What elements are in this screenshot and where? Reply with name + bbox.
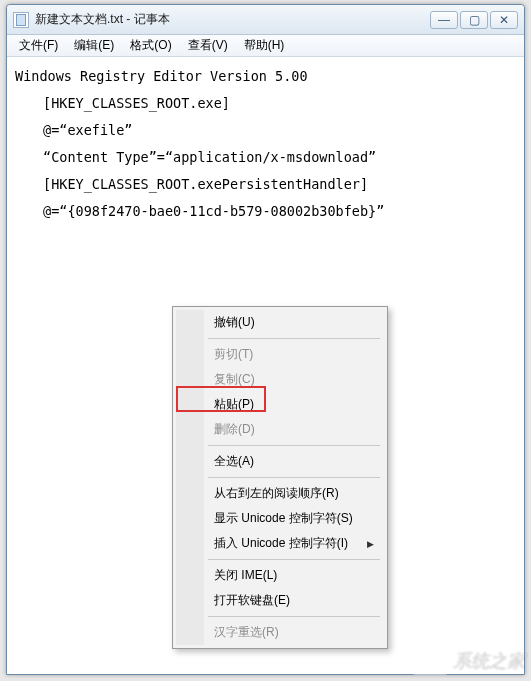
editor-line: @=“exefile” <box>15 122 132 138</box>
ctx-paste[interactable]: 粘贴(P) <box>204 392 384 417</box>
menu-file[interactable]: 文件(F) <box>11 35 66 56</box>
ctx-soft-keyboard[interactable]: 打开软键盘(E) <box>204 588 384 613</box>
titlebar[interactable]: 新建文本文档.txt - 记事本 — ▢ ✕ <box>7 5 524 35</box>
ctx-separator <box>208 445 380 446</box>
notepad-icon <box>13 12 29 28</box>
editor-line: [HKEY_CLASSES_ROOT.exePersistentHandler] <box>15 176 368 192</box>
menu-help[interactable]: 帮助(H) <box>236 35 293 56</box>
ctx-cut-label: 剪切(T) <box>214 346 253 363</box>
ctx-copy: 复制(C) <box>204 367 384 392</box>
ctx-hanzi-label: 汉字重选(R) <box>214 624 279 641</box>
minimize-button[interactable]: — <box>430 11 458 29</box>
editor-line: Windows Registry Editor Version 5.00 <box>15 68 308 84</box>
ctx-showuni-label: 显示 Unicode 控制字符(S) <box>214 510 353 527</box>
ctx-softkb-label: 打开软键盘(E) <box>214 592 290 609</box>
editor-line: “Content Type”=“application/x-msdownload… <box>15 149 376 165</box>
editor-line: @=“{098f2470-bae0-11cd-b579-08002b30bfeb… <box>15 203 384 219</box>
menu-view[interactable]: 查看(V) <box>180 35 236 56</box>
ctx-close-ime[interactable]: 关闭 IME(L) <box>204 563 384 588</box>
ctx-separator <box>208 338 380 339</box>
ctx-paste-label: 粘贴(P) <box>214 396 254 413</box>
menubar: 文件(F) 编辑(E) 格式(O) 查看(V) 帮助(H) <box>7 35 524 57</box>
ctx-undo[interactable]: 撤销(U) <box>204 310 384 335</box>
ctx-separator <box>208 477 380 478</box>
ctx-rtl-reading[interactable]: 从右到左的阅读顺序(R) <box>204 481 384 506</box>
ctx-copy-label: 复制(C) <box>214 371 255 388</box>
ctx-separator <box>208 559 380 560</box>
ctx-selectall-label: 全选(A) <box>214 453 254 470</box>
window-buttons: — ▢ ✕ <box>430 11 518 29</box>
ctx-delete: 删除(D) <box>204 417 384 442</box>
ctx-delete-label: 删除(D) <box>214 421 255 438</box>
menu-format[interactable]: 格式(O) <box>122 35 179 56</box>
ctx-separator <box>208 616 380 617</box>
close-button[interactable]: ✕ <box>490 11 518 29</box>
menu-edit[interactable]: 编辑(E) <box>66 35 122 56</box>
ctx-hanzi-reselect: 汉字重选(R) <box>204 620 384 645</box>
ctx-rtl-label: 从右到左的阅读顺序(R) <box>214 485 339 502</box>
ctx-show-unicode[interactable]: 显示 Unicode 控制字符(S) <box>204 506 384 531</box>
maximize-button[interactable]: ▢ <box>460 11 488 29</box>
ctx-insuni-label: 插入 Unicode 控制字符(I) <box>214 535 348 552</box>
window-title: 新建文本文档.txt - 记事本 <box>35 11 430 28</box>
ctx-closeime-label: 关闭 IME(L) <box>214 567 277 584</box>
ctx-undo-label: 撤销(U) <box>214 314 255 331</box>
editor-line: [HKEY_CLASSES_ROOT.exe] <box>15 95 230 111</box>
ctx-insert-unicode[interactable]: 插入 Unicode 控制字符(I) <box>204 531 384 556</box>
context-menu: 撤销(U) 剪切(T) 复制(C) 粘贴(P) 删除(D) 全选(A) 从右到左… <box>172 306 388 649</box>
ctx-select-all[interactable]: 全选(A) <box>204 449 384 474</box>
ctx-cut: 剪切(T) <box>204 342 384 367</box>
